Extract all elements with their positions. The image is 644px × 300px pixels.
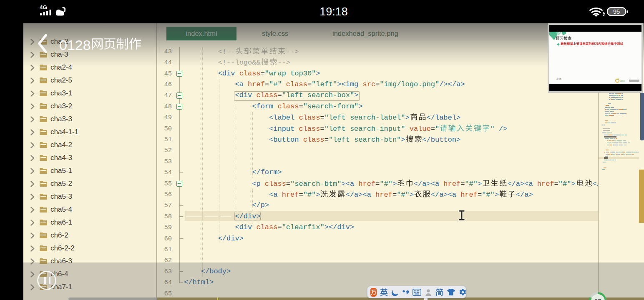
svg-text:igtve: igtve [620,80,625,82]
svg-text:95: 95 [613,8,620,15]
